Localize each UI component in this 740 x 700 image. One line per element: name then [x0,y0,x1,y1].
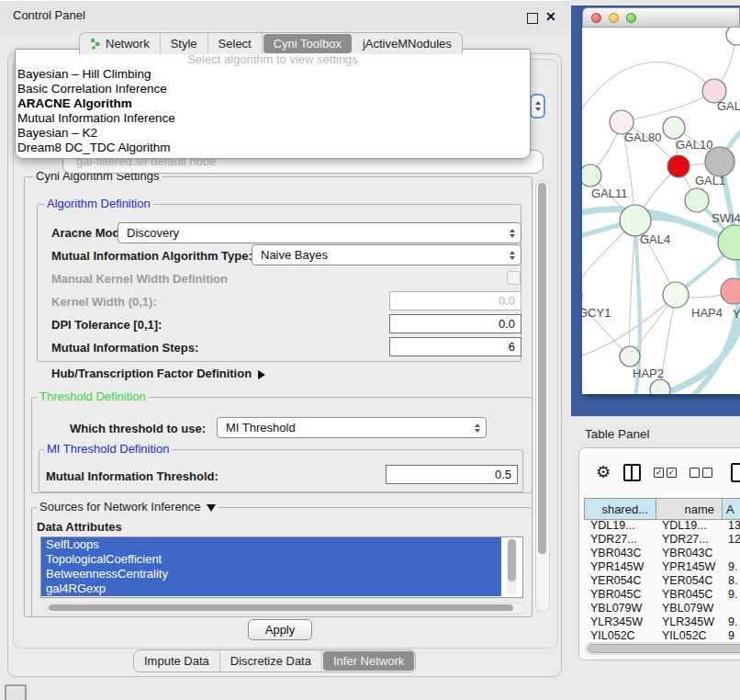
table-row[interactable]: YER054CYER054C8. [584,574,740,588]
minimize-window-icon[interactable] [609,13,619,23]
list-item[interactable]: BetweennessCentrality [41,567,501,581]
tab-jactivemnodules-label: jActiveMNodules [363,37,452,51]
scrollbar-thumb[interactable] [49,604,513,611]
dropdown-item[interactable]: Dream8 DC_TDC Algorithm [16,141,530,155]
mi-type-value: Naive Bayes [261,248,328,262]
table-row[interactable]: YBL079WYBL079W [584,602,740,615]
zoom-window-icon[interactable] [626,13,636,23]
cell: YLR345W [656,615,722,629]
dropdown-item[interactable]: Bayesian – Hill Climbing [16,67,530,82]
node[interactable] [721,278,740,304]
settings-horizontal-scrollbar[interactable] [46,603,525,615]
network-window-titlebar[interactable] [582,7,740,28]
tab-discretize-data-label: Discretize Data [230,654,311,668]
checked-checkbox-icon: ✓ [667,468,677,478]
attribute-list-scrollbar[interactable] [507,538,517,594]
table-panel-card: ⚙ ✓ ✓ shared... name A YDL19...YDL19...1… [578,447,740,660]
table-row[interactable]: YDL19...YDL19...13 [584,519,740,533]
node-label: SWI4 [712,211,740,225]
data-attributes-list[interactable]: SelfLoops TopologicalCoefficient Between… [40,536,523,598]
table-row[interactable]: YBR043CYBR043C [584,547,740,560]
node[interactable] [667,155,690,177]
tab-discretize-data[interactable]: Discretize Data [220,650,322,672]
node[interactable] [650,379,670,394]
dropdown-item[interactable]: Mutual Information Inference [16,111,530,126]
scrollbar-thumb[interactable] [538,183,546,554]
dropdown-item[interactable]: Bayesian – K2 [16,126,530,141]
table-horizontal-scrollbar[interactable] [585,642,740,655]
close-window-icon[interactable] [591,13,601,23]
cell: YPR145W [584,560,656,574]
tab-network[interactable]: Network [80,33,161,54]
node-label: HAP4 [691,306,723,320]
node[interactable] [663,117,685,139]
control-panel-tabbar: Network Style Select Cyni Toolbox jActiv… [79,32,463,54]
settings-vertical-scrollbar[interactable] [535,180,550,612]
list-item[interactable]: TopologicalCoefficient [41,552,501,567]
cell: 9. [722,560,740,574]
network-view-window: GAL GAL80 GAL10 GAL1 GAL11 SWI4 GAL4 GCY… [582,7,740,394]
dropdown-item[interactable]: Basic Correlation Inference [16,82,530,96]
node[interactable] [582,164,601,186]
cell: YBL079W [656,602,722,615]
column-header-name[interactable]: name [656,499,722,519]
cell: YDR27... [656,533,722,547]
network-canvas[interactable]: GAL GAL80 GAL10 GAL1 GAL11 SWI4 GAL4 GCY… [582,28,740,394]
tab-network-label: Network [106,37,150,51]
tab-infer-network[interactable]: Infer Network [323,651,414,671]
hub-definition-toggle[interactable]: Hub/Transcription Factor Definition [51,367,265,380]
node[interactable] [726,28,740,45]
tab-select[interactable]: Select [208,33,263,54]
deselect-all-checkboxes-icon[interactable] [690,468,712,478]
node[interactable] [620,346,640,367]
data-attributes-label: Data Attributes [37,520,122,534]
node-label: GAL10 [676,138,712,152]
document-icon[interactable] [731,463,740,482]
table-row[interactable]: YDR27...YDR27...12 [584,533,740,547]
mi-steps-input[interactable]: 6 [389,337,521,356]
manual-kernel-checkbox[interactable] [507,271,521,285]
sources-legend[interactable]: Sources for Network Inference [37,501,219,514]
table-row[interactable]: YBR045CYBR045C9. [584,588,740,602]
node[interactable] [663,282,689,308]
aracne-mode-combobox[interactable]: Discovery [118,222,521,243]
table-body: YDL19...YDL19...13 YDR27...YDR27...12 YB… [584,519,740,643]
scrollbar-thumb[interactable] [508,539,516,581]
table-row[interactable]: YIL052CYIL052C9 [584,629,740,643]
columns-icon[interactable] [623,464,641,481]
collapsed-panel-icon[interactable] [5,684,27,700]
tab-impute-data[interactable]: Impute Data [134,650,220,672]
close-icon[interactable]: ✕ [545,9,556,24]
cell: YIL052C [584,629,656,643]
mi-type-combobox[interactable]: Naive Bayes [252,244,521,265]
node[interactable] [718,225,740,260]
cell: YDL19... [584,519,656,533]
tab-jactivemnodules[interactable]: jActiveMNodules [353,33,462,54]
column-header-partial[interactable]: A [722,499,740,519]
gear-icon[interactable]: ⚙ [596,464,611,480]
mi-threshold-input[interactable]: 0.5 [386,465,518,484]
column-header-shared[interactable]: shared... [584,499,656,519]
cell: YDR27... [584,533,656,547]
which-threshold-combobox[interactable]: MI Threshold [217,417,487,438]
dropdown-item-selected[interactable]: ARACNE Algorithm [16,96,530,111]
cell: YBR043C [656,547,722,560]
node[interactable] [620,205,651,236]
select-all-checkboxes-icon[interactable]: ✓ ✓ [654,468,677,478]
dpi-tolerance-input[interactable]: 0.0 [389,314,521,333]
focused-combobox-spinner[interactable] [530,94,545,119]
node[interactable] [685,188,709,212]
tab-style[interactable]: Style [161,33,208,54]
table-header-row: shared... name A [584,498,740,520]
list-item[interactable]: gal4RGexp [41,581,501,596]
table-row[interactable]: YLR345WYLR345W9. [584,615,740,629]
float-panel-icon[interactable] [527,13,538,24]
table-row[interactable]: YPR145WYPR145W9. [584,560,740,574]
tab-cyni-toolbox[interactable]: Cyni Toolbox [263,34,352,53]
scrollbar-thumb[interactable] [588,644,740,653]
kernel-width-input[interactable]: 0.0 [389,291,521,310]
node-label: GAL11 [591,186,628,200]
apply-button[interactable]: Apply [248,619,312,640]
hub-definition-label: Hub/Transcription Factor Definition [51,367,252,380]
list-item[interactable]: SelfLoops [41,537,501,552]
